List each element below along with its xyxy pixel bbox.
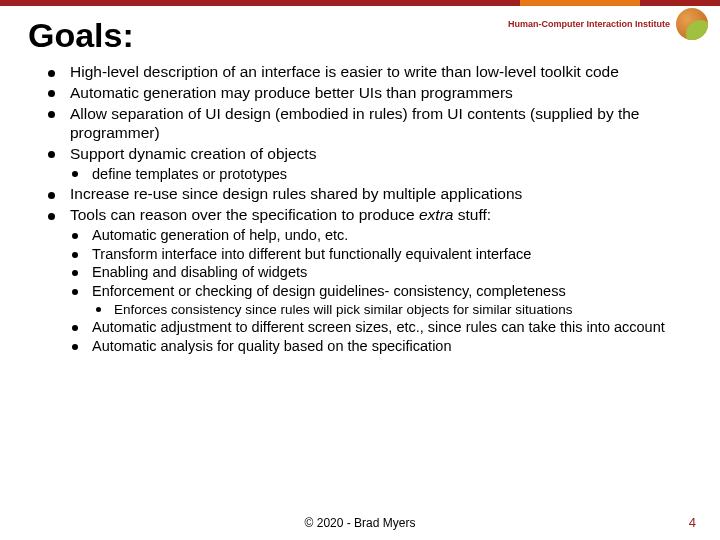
footer-copyright: © 2020 - Brad Myers [0, 516, 720, 530]
bullet-text: stuff: [453, 206, 491, 223]
bullet: Allow separation of UI design (embodied … [48, 105, 690, 143]
brand-block: Human-Computer Interaction Institute [508, 8, 708, 40]
brand-text: Human-Computer Interaction Institute [508, 19, 670, 29]
slide-content: High-level description of an interface i… [0, 63, 720, 356]
bullet-text: Tools can reason over the specification … [70, 206, 419, 223]
subsub-bullet: Enforces consistency since rules will pi… [92, 302, 690, 318]
bullet-text: Support dynamic creation of objects [70, 145, 316, 162]
brand-logo-icon [676, 8, 708, 40]
bullet: High-level description of an interface i… [48, 63, 690, 82]
sub-bullet: Transform interface into different but f… [70, 246, 690, 264]
bullet-em: extra [419, 206, 453, 223]
top-accent [520, 0, 640, 6]
sub-bullet: define templates or prototypes [70, 166, 690, 184]
bullet: Increase re-use since design rules share… [48, 185, 690, 204]
page-number: 4 [689, 515, 696, 530]
sub-bullet: Automatic adjustment to different screen… [70, 319, 690, 337]
sub-bullet: Enabling and disabling of widgets [70, 264, 690, 282]
sub-bullet-text: Enforcement or checking of design guidel… [92, 283, 566, 299]
sub-bullet: Automatic analysis for quality based on … [70, 338, 690, 356]
sub-bullet: Enforcement or checking of design guidel… [70, 283, 690, 318]
bullet: Support dynamic creation of objects defi… [48, 145, 690, 184]
bullet: Tools can reason over the specification … [48, 206, 690, 356]
bullet: Automatic generation may produce better … [48, 84, 690, 103]
sub-bullet: Automatic generation of help, undo, etc. [70, 227, 690, 245]
